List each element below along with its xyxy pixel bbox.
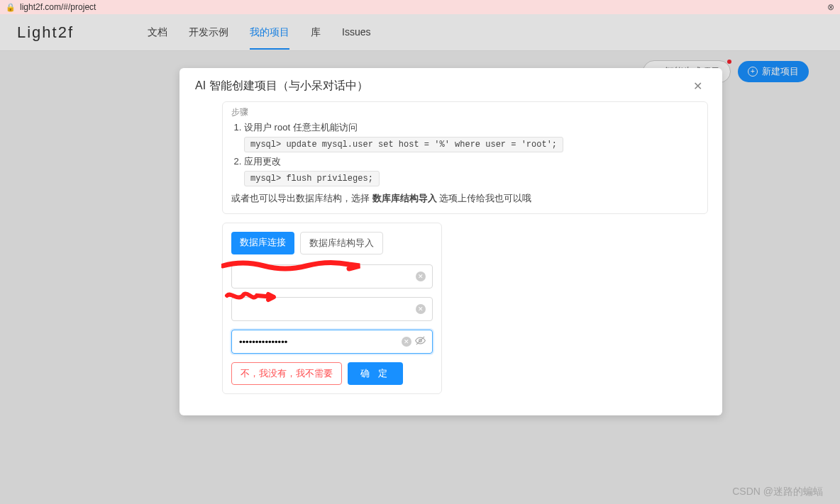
db-user-input[interactable] [231, 297, 433, 321]
url-close-icon[interactable]: ⊗ [827, 2, 834, 12]
tab-db-connect[interactable]: 数据库连接 [231, 232, 294, 254]
db-host-input[interactable] [231, 264, 433, 289]
code-block-2: mysql> flush privileges; [244, 171, 380, 186]
ai-create-modal: AI 智能创建项目（与小呆对话中） ✕ 步骤 设用户 root 任意主机能访问 … [179, 68, 722, 415]
step1-text: 设用户 root 任意主机能访问 [244, 122, 358, 133]
clear-icon[interactable]: ✕ [416, 304, 426, 314]
watermark: CSDN @迷路的蝙蝠 [732, 486, 823, 498]
step-label: 步骤 [231, 106, 699, 118]
tab-db-import[interactable]: 数据库结构导入 [300, 232, 383, 254]
bot-instruction-bubble: 步骤 设用户 root 任意主机能访问 mysql> update mysql.… [222, 101, 708, 214]
note-post: 选项上传给我也可以哦 [437, 193, 532, 203]
code-block-1: mysql> update mysql.user set host = '%' … [244, 137, 563, 152]
clear-icon[interactable]: ✕ [416, 271, 426, 281]
chat-scroll-area[interactable]: 步骤 设用户 root 任意主机能访问 mysql> update mysql.… [195, 101, 715, 411]
lock-icon: 🔒 [6, 3, 16, 12]
cancel-button[interactable]: 不，我没有，我不需要 [231, 362, 342, 385]
modal-title: AI 智能创建项目（与小呆对话中） [195, 79, 368, 94]
clear-icon[interactable]: ✕ [402, 337, 411, 347]
close-icon[interactable]: ✕ [689, 78, 707, 94]
eye-invisible-icon[interactable] [415, 335, 426, 348]
confirm-button[interactable]: 确 定 [348, 362, 403, 385]
note-bold: 数库库结构导入 [372, 193, 437, 203]
db-form-card: 数据库连接 数据库结构导入 ✕ ✕ ✕ [222, 223, 442, 394]
url-text: light2f.com/#/project [20, 2, 96, 12]
browser-url-bar: 🔒 light2f.com/#/project ⊗ [0, 0, 840, 14]
note-pre: 或者也可以导出数据库结构，选择 [231, 193, 372, 203]
step2-text: 应用更改 [244, 156, 281, 167]
